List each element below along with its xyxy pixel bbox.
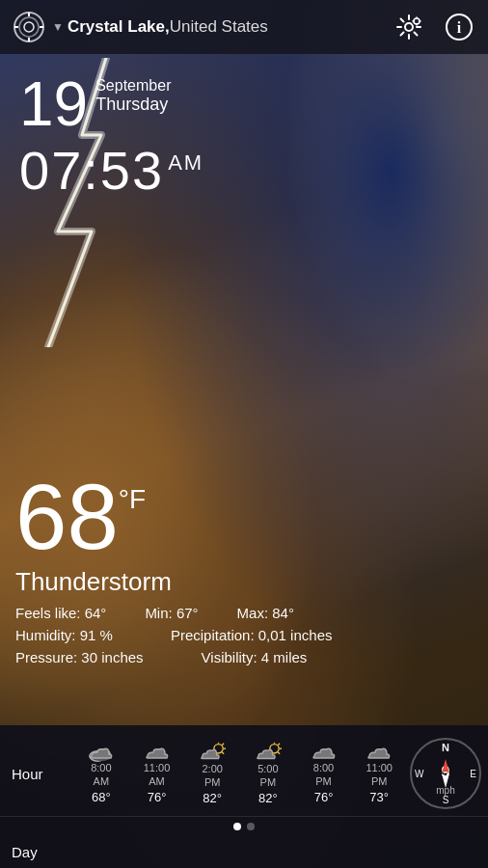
svg-line-27 bbox=[278, 744, 280, 746]
cloud-icon-5 bbox=[311, 743, 338, 762]
hour-label: Hour bbox=[0, 766, 73, 782]
hourly-item-4[interactable]: 5:00 PM 82° bbox=[240, 738, 296, 808]
cloud-icon-2 bbox=[144, 743, 171, 762]
day-label: Day bbox=[12, 844, 73, 860]
svg-point-1 bbox=[19, 17, 39, 37]
visibility: Visibility: 4 miles bbox=[202, 649, 308, 665]
weather-content: 68 °F Thunderstorm Feels like: 64° Min: … bbox=[0, 471, 488, 665]
svg-line-22 bbox=[222, 744, 224, 746]
hour-time-1: 8:00 AM bbox=[91, 762, 111, 787]
hour-time-6: 11:00 PM bbox=[366, 762, 393, 787]
hour-time-4: 5:00 PM bbox=[258, 763, 278, 788]
hour-time-2: 11:00 AM bbox=[144, 762, 171, 787]
svg-text:i: i bbox=[457, 19, 462, 36]
cloud-sun-icon-4 bbox=[255, 742, 282, 763]
svg-marker-29 bbox=[442, 759, 449, 773]
compass-west: W bbox=[415, 769, 423, 779]
hourly-item-2[interactable]: 11:00 AM 76° bbox=[129, 739, 185, 807]
humidity: Humidity: 91 % bbox=[15, 627, 113, 643]
cloud-sun-icon-3 bbox=[199, 742, 226, 763]
hour-temp-5: 76° bbox=[314, 790, 334, 804]
temperature: 68 bbox=[15, 471, 119, 563]
hour-time-3: 2:00 PM bbox=[202, 763, 222, 788]
app-logo[interactable] bbox=[12, 10, 46, 44]
hour-temp-2: 76° bbox=[148, 790, 167, 804]
ampm-value: AM bbox=[168, 150, 203, 175]
precipitation: Precipitation: 0,01 inches bbox=[171, 627, 333, 643]
compass-arrow-icon bbox=[440, 759, 451, 788]
hour-temp-1: 68° bbox=[92, 790, 111, 804]
weekday-text: Thursday bbox=[95, 95, 171, 115]
hour-time-5: 8:00 PM bbox=[313, 762, 334, 787]
compass-east: E bbox=[470, 769, 476, 779]
dot-1[interactable] bbox=[233, 823, 241, 830]
hourly-item-6[interactable]: 11:00 PM 73° bbox=[351, 739, 407, 807]
svg-point-2 bbox=[24, 22, 34, 32]
hourly-section: Hour 8:00 AM 68° bbox=[0, 725, 488, 817]
location-country: United States bbox=[170, 17, 268, 37]
feels-like: Feels like: 64° bbox=[15, 605, 106, 621]
daily-section[interactable]: Day bbox=[0, 836, 488, 868]
svg-marker-30 bbox=[442, 773, 449, 788]
top-bar: ▼ Crystal Lake, United States i bbox=[0, 0, 488, 54]
info-icon: i bbox=[446, 14, 473, 41]
hourly-item-5[interactable]: 8:00 PM 76° bbox=[296, 739, 352, 807]
location-city: Crystal Lake, bbox=[68, 17, 170, 37]
svg-line-28 bbox=[278, 752, 280, 754]
min-temp: Min: 67° bbox=[145, 605, 198, 621]
compass-south: S bbox=[443, 795, 449, 805]
hour-temp-6: 73° bbox=[369, 790, 389, 804]
settings-button[interactable] bbox=[392, 10, 426, 44]
hour-temp-3: 82° bbox=[203, 791, 222, 805]
dot-2[interactable] bbox=[247, 823, 255, 830]
compass-north: N bbox=[442, 742, 449, 753]
info-button[interactable]: i bbox=[442, 10, 476, 44]
month-text: September bbox=[95, 77, 171, 95]
page-dots bbox=[0, 817, 488, 836]
cloud-icon-6 bbox=[366, 743, 393, 762]
wind-compass: N S W E 9 mph bbox=[407, 735, 484, 812]
location-dropdown-arrow: ▼ bbox=[52, 20, 64, 34]
svg-point-7 bbox=[405, 23, 413, 31]
svg-line-23 bbox=[222, 752, 224, 754]
date-time-section: 19 September Thursday 07:53AM bbox=[0, 54, 488, 202]
hourly-item-1[interactable]: 8:00 AM 68° bbox=[73, 739, 129, 807]
time-display: 07:53AM bbox=[19, 139, 469, 202]
hour-temp-4: 82° bbox=[258, 791, 278, 805]
day-number: 19 bbox=[19, 73, 88, 135]
location-area[interactable]: ▼ Crystal Lake, United States bbox=[52, 17, 392, 37]
hourly-items: 8:00 AM 68° 11:00 AM 76° bbox=[73, 738, 407, 808]
time-value: 07:53 bbox=[19, 140, 164, 201]
cloud-icon-1 bbox=[88, 743, 115, 762]
settings-icon bbox=[395, 14, 422, 41]
weather-condition: Thunderstorm bbox=[15, 567, 473, 597]
pressure: Pressure: 30 inches bbox=[15, 649, 144, 665]
max-temp: Max: 84° bbox=[237, 605, 294, 621]
temp-unit: °F bbox=[119, 484, 146, 515]
bottom-panel: Hour 8:00 AM 68° bbox=[0, 725, 488, 868]
hourly-item-3[interactable]: 2:00 PM 82° bbox=[184, 738, 240, 808]
logo-icon bbox=[13, 11, 45, 43]
top-action-icons: i bbox=[392, 10, 476, 44]
